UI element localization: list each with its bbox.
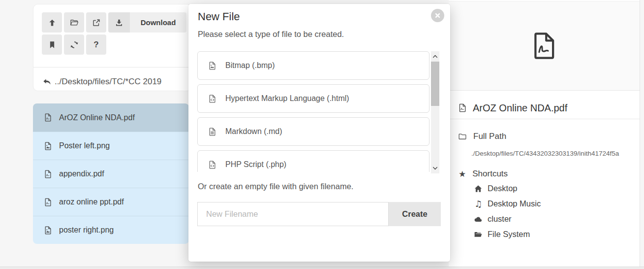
shortcut-label: File System bbox=[488, 230, 530, 239]
external-link-icon bbox=[92, 18, 101, 27]
open-folder-icon bbox=[70, 18, 79, 27]
shortcut-cluster[interactable]: cluster bbox=[474, 211, 541, 227]
file-type-scrollbar[interactable] bbox=[431, 51, 439, 173]
full-path-row: Full Path bbox=[458, 130, 506, 143]
shortcut-label: Desktop bbox=[488, 184, 518, 193]
new-filename-input[interactable] bbox=[197, 202, 389, 226]
file-type-label: Bitmap (.bmp) bbox=[225, 61, 275, 70]
file-preview-area bbox=[449, 1, 640, 91]
close-icon bbox=[434, 12, 441, 19]
toolbar-row-1: Download bbox=[42, 12, 186, 33]
file-name: appendix.pdf bbox=[59, 169, 104, 178]
file-name: Poster left.png bbox=[59, 141, 110, 150]
cloud-icon bbox=[474, 215, 483, 224]
image-file-icon bbox=[208, 61, 217, 70]
text-file-icon bbox=[208, 127, 217, 136]
file-type-label: Hypertext Markup Language (.html) bbox=[225, 94, 349, 103]
refresh-button[interactable] bbox=[64, 34, 84, 55]
breadcrumb[interactable]: ../Desktop/files/TC/*CC 2019 bbox=[42, 73, 161, 90]
arrow-up-icon bbox=[48, 18, 57, 27]
folder-open-icon bbox=[474, 230, 483, 239]
modal-title: New File bbox=[198, 10, 240, 23]
image-file-icon bbox=[43, 141, 53, 151]
code-file-icon bbox=[208, 160, 217, 169]
pdf-file-icon bbox=[43, 113, 53, 122]
full-path-label: Full Path bbox=[473, 132, 506, 141]
shortcut-desktop[interactable]: Desktop bbox=[474, 181, 541, 196]
bookmark-icon bbox=[48, 40, 57, 49]
download-icon bbox=[115, 18, 123, 27]
file-explorer-toolbar-card: Download ? ../Desktop/files/TC/*CC 2019 bbox=[33, 4, 192, 91]
scroll-up-arrow-icon[interactable] bbox=[432, 53, 438, 60]
shortcut-label: cluster bbox=[488, 214, 512, 224]
breadcrumb-path: ../Desktop/files/TC/*CC 2019 bbox=[55, 77, 161, 87]
pdf-file-icon-large bbox=[528, 28, 560, 64]
shortcut-label: Desktop Music bbox=[488, 199, 541, 208]
shortcut-desktop-music[interactable]: ♫ Desktop Music bbox=[474, 196, 541, 211]
open-external-button[interactable] bbox=[86, 12, 106, 33]
scroll-down-arrow-icon[interactable] bbox=[432, 165, 438, 171]
file-row-aroz-online-nda[interactable]: ArOZ Online NDA.pdf bbox=[33, 103, 189, 132]
filename-row: Create bbox=[197, 202, 441, 226]
pdf-file-icon bbox=[458, 103, 467, 113]
toolbar: Download ? bbox=[42, 12, 186, 57]
music-icon: ♫ bbox=[474, 200, 483, 208]
help-button[interactable]: ? bbox=[86, 34, 106, 55]
shortcut-file-system[interactable]: File System bbox=[474, 227, 541, 242]
file-list: ArOZ Online NDA.pdf Poster left.png appe… bbox=[33, 103, 189, 244]
file-type-markdown[interactable]: Markdown (.md) bbox=[197, 117, 429, 146]
create-button[interactable]: Create bbox=[389, 202, 441, 226]
file-row-poster-left[interactable]: Poster left.png bbox=[33, 132, 189, 160]
bottom-edge-strip bbox=[0, 267, 644, 269]
shortcut-list: Desktop ♫ Desktop Music cluster File Sys… bbox=[474, 181, 541, 242]
or-create-text: Or create an empty file with given filen… bbox=[198, 182, 353, 191]
file-row-aroz-online-ppt[interactable]: aroz online ppt.pdf bbox=[33, 188, 189, 216]
details-file-name: ArOZ Online NDA.pdf bbox=[473, 102, 567, 114]
file-type-php[interactable]: PHP Script (.php) bbox=[197, 150, 429, 172]
modal-close-button[interactable] bbox=[431, 9, 444, 22]
file-row-appendix[interactable]: appendix.pdf bbox=[33, 160, 189, 188]
details-divider bbox=[449, 119, 640, 119]
file-name: ArOZ Online NDA.pdf bbox=[59, 113, 135, 122]
details-heading: ArOZ Online NDA.pdf bbox=[458, 98, 567, 118]
shortcuts-label: Shortcuts bbox=[472, 169, 508, 179]
new-file-modal: New File Please select a type of file to… bbox=[188, 4, 450, 262]
file-type-label: PHP Script (.php) bbox=[225, 160, 286, 169]
file-row-poster-right[interactable]: poster right.png bbox=[33, 216, 189, 244]
back-reply-icon bbox=[42, 77, 52, 87]
file-type-html[interactable]: Hypertext Markup Language (.html) bbox=[197, 84, 429, 113]
modal-subtitle: Please select a type of file to be creat… bbox=[198, 30, 344, 39]
file-type-label: Markdown (.md) bbox=[225, 127, 282, 136]
star-icon: ★ bbox=[459, 170, 466, 178]
file-type-bitmap[interactable]: Bitmap (.bmp) bbox=[197, 51, 429, 80]
full-path-value: ./Desktop/files/TC/43432032303139/inith4… bbox=[471, 150, 619, 157]
shortcuts-row: ★ Shortcuts bbox=[459, 168, 508, 180]
pdf-file-icon bbox=[43, 169, 53, 179]
pdf-file-icon bbox=[43, 198, 53, 207]
refresh-icon bbox=[70, 40, 79, 49]
image-file-icon bbox=[43, 226, 53, 235]
bookmark-button[interactable] bbox=[42, 34, 62, 55]
help-button-label: ? bbox=[93, 40, 98, 50]
code-file-icon bbox=[208, 94, 217, 103]
folder-icon bbox=[458, 132, 467, 141]
file-type-list: Bitmap (.bmp) Hypertext Markup Language … bbox=[197, 51, 429, 172]
open-button[interactable] bbox=[64, 12, 84, 33]
home-icon bbox=[474, 184, 483, 193]
file-name: poster right.png bbox=[59, 226, 114, 235]
file-name: aroz online ppt.pdf bbox=[59, 198, 124, 206]
toolbar-row-2: ? bbox=[42, 34, 186, 55]
download-button[interactable]: Download bbox=[108, 12, 186, 33]
toolbar-divider bbox=[33, 67, 191, 67]
file-details-panel: ArOZ Online NDA.pdf Full Path ./Desktop/… bbox=[449, 0, 640, 269]
download-button-label: Download bbox=[130, 12, 186, 33]
scrollbar-thumb[interactable] bbox=[431, 62, 439, 106]
go-up-button[interactable] bbox=[42, 12, 62, 33]
